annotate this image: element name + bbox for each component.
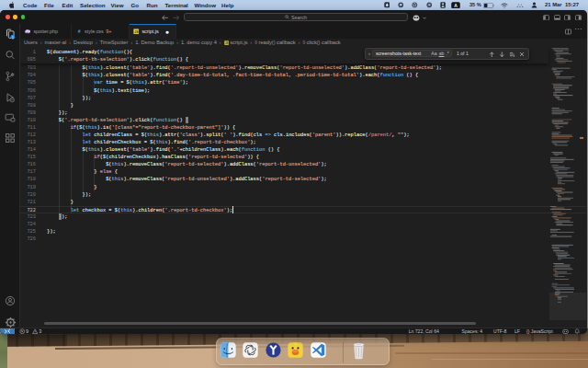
svg-text:php: php	[25, 29, 30, 33]
svg-text:A: A	[454, 3, 458, 8]
svg-text:#: #	[77, 29, 80, 34]
svg-text:JS: JS	[134, 30, 139, 34]
svg-text:1: 1	[12, 36, 14, 40]
svg-text:JS: JS	[224, 41, 228, 45]
